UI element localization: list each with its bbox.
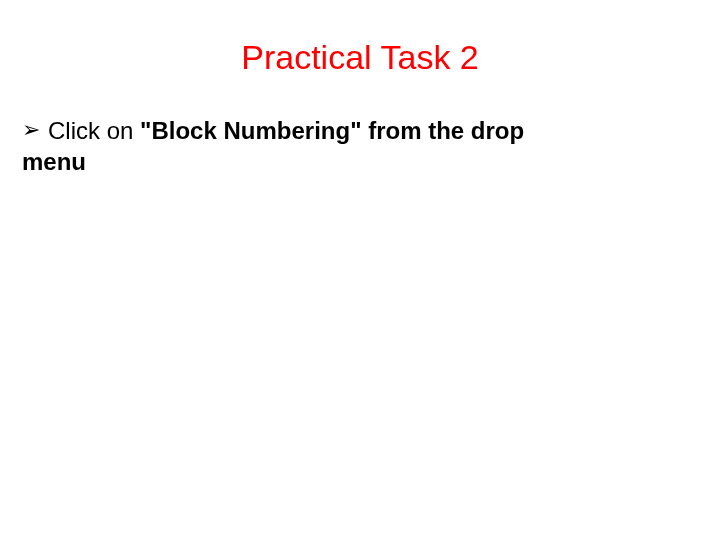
bullet-continuation: menu [22, 146, 698, 177]
bullet-middle: from the drop [362, 117, 525, 144]
quoted-term: Block Numbering [151, 117, 350, 144]
slide-title: Practical Task 2 [0, 38, 720, 77]
bullet-list: ➢ Click on "Block Numbering" from the dr… [0, 115, 720, 177]
bullet-prefix: Click on [48, 117, 140, 144]
quote-open: " [140, 117, 151, 144]
triangle-right-icon: ➢ [22, 115, 40, 145]
bullet-item: ➢ Click on "Block Numbering" from the dr… [22, 115, 698, 146]
quote-close: " [350, 117, 361, 144]
bullet-text: Click on "Block Numbering" from the drop [48, 115, 698, 146]
